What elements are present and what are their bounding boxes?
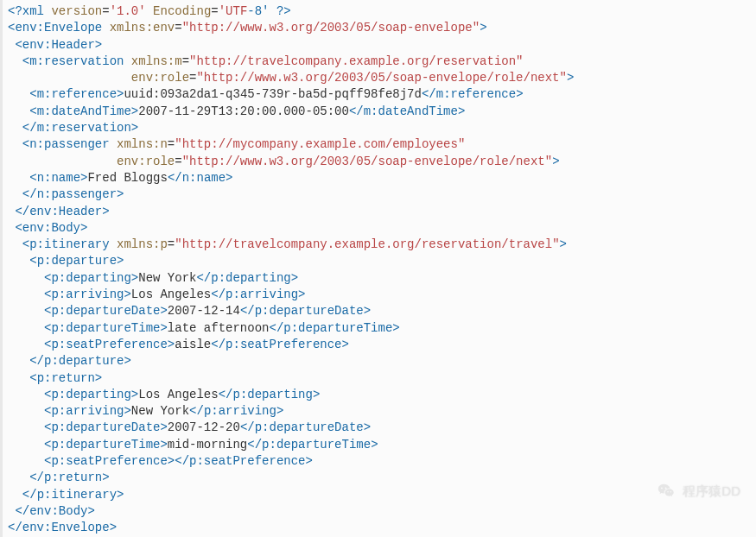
departure-close: </p:departure> xyxy=(8,353,751,370)
ret-time: <p:departureTime>mid-morning</p:departur… xyxy=(8,437,751,453)
dep-date: <p:departureDate>2007-12-14</p:departure… xyxy=(8,303,751,319)
departure-open: <p:departure> xyxy=(8,253,751,269)
return-open: <p:return> xyxy=(8,370,751,387)
reservation-open-1: <m:reservation xmlns:m="http://travelcom… xyxy=(8,54,751,70)
passenger-open-1: <n:passenger xmlns:n="http://mycompany.e… xyxy=(8,136,751,153)
envelope-close: </env:Envelope> xyxy=(8,520,751,536)
passenger-open-2: env:role="http://www.w3.org/2003/05/soap… xyxy=(8,154,751,170)
body-close: </env:Body> xyxy=(8,503,751,520)
dateandtime-line: <m:dateAndTime>2007-11-29T13:20:00.000-0… xyxy=(8,104,751,120)
dep-time: <p:departureTime>late afternoon</p:depar… xyxy=(8,320,751,337)
itinerary-open: <p:itinerary xmlns:p="http://travelcompa… xyxy=(8,237,751,253)
ret-date: <p:departureDate>2007-12-20</p:departure… xyxy=(8,420,751,436)
body-open: <env:Body> xyxy=(8,220,751,237)
ret-arriving: <p:arriving>New York</p:arriving> xyxy=(8,403,751,420)
name-line: <n:name>Fred Bloggs</n:name> xyxy=(8,170,751,186)
ret-departing: <p:departing>Los Angeles</p:departing> xyxy=(8,387,751,403)
ret-seat: <p:seatPreference></p:seatPreference> xyxy=(8,453,751,470)
xml-declaration: <?xml version='1.0' Encoding='UTF-8' ?> xyxy=(8,3,751,20)
reservation-close: </m:reservation> xyxy=(8,120,751,136)
dep-arriving: <p:arriving>Los Angeles</p:arriving> xyxy=(8,287,751,303)
watermark-text: 程序猿DD xyxy=(683,483,740,499)
watermark: 程序猿DD xyxy=(657,482,740,501)
reference-line: <m:reference>uuid:093a2da1-q345-739r-ba5… xyxy=(8,86,751,103)
itinerary-close: </p:itinerary> xyxy=(8,487,751,503)
passenger-close: </n:passenger> xyxy=(8,186,751,203)
wechat-icon xyxy=(657,482,676,501)
reservation-open-2: env:role="http://www.w3.org/2003/05/soap… xyxy=(8,70,751,86)
dep-departing: <p:departing>New York</p:departing> xyxy=(8,270,751,287)
return-close: </p:return> xyxy=(8,470,751,486)
header-open: <env:Header> xyxy=(8,37,751,54)
dep-seat: <p:seatPreference>aisle</p:seatPreferenc… xyxy=(8,337,751,353)
envelope-open: <env:Envelope xmlns:env="http://www.w3.o… xyxy=(8,20,751,36)
header-close: </env:Header> xyxy=(8,204,751,220)
